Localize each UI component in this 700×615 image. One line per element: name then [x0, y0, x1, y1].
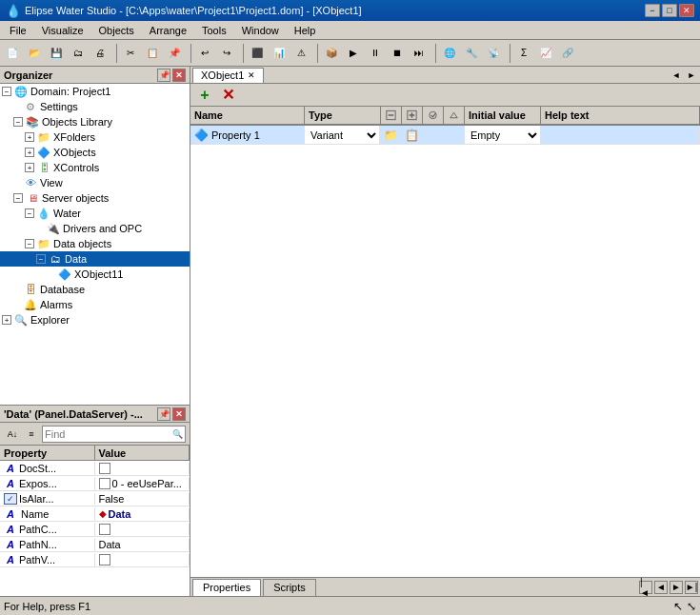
tb-redo[interactable]: ↪ — [216, 43, 237, 64]
expand-xobjects[interactable]: + — [25, 148, 34, 157]
tree-item-explorer[interactable]: + 🔍 Explorer — [0, 312, 190, 327]
grid-cell-type[interactable]: Variant Integer String Boolean Float — [305, 126, 381, 144]
expand-water[interactable]: − — [25, 208, 34, 218]
tb-b1[interactable]: ⬛ — [247, 43, 268, 64]
prop-label-isalar: IsAlar... — [19, 493, 54, 505]
properties-close[interactable]: ✕ — [172, 407, 186, 421]
bottom-nav-last[interactable]: ►| — [685, 581, 698, 594]
expand-domain[interactable]: − — [2, 87, 11, 96]
expand-library[interactable]: − — [13, 117, 23, 127]
type-select[interactable]: Variant Integer String Boolean Float — [305, 126, 380, 144]
tb-save[interactable]: 💾 — [46, 43, 67, 64]
tab-xobject1[interactable]: XObject1 ✕ — [192, 68, 264, 83]
prop-row-expos[interactable]: A Expos... 0 - eeUsePar... — [0, 476, 190, 491]
menu-tools[interactable]: Tools — [194, 22, 234, 39]
prop-sort-cat[interactable]: ≡ — [23, 426, 40, 443]
menu-help[interactable]: Help — [287, 22, 324, 39]
organizer-pin[interactable]: 📌 — [157, 69, 170, 82]
menu-window[interactable]: Window — [234, 22, 287, 39]
expand-xcontrols[interactable]: + — [25, 163, 34, 172]
tb-b11[interactable]: 📡 — [483, 43, 504, 64]
tb-b6[interactable]: ⏸ — [365, 43, 386, 64]
tree-item-view[interactable]: 👁 View — [0, 175, 190, 190]
prop-check-expos[interactable] — [99, 478, 110, 489]
prop-search-input[interactable] — [45, 428, 172, 440]
tree-item-settings[interactable]: ⚙ Settings — [0, 99, 190, 114]
prop-row-pathn[interactable]: A PathN... Data — [0, 537, 190, 552]
tree-item-xfolders[interactable]: + 📁 XFolders — [0, 129, 190, 145]
tb-print[interactable]: 🖨 — [90, 43, 110, 64]
tree-item-drivers[interactable]: 🔌 Drivers and OPC — [0, 221, 190, 236]
bottom-nav-next[interactable]: ► — [670, 581, 683, 594]
tb-b5[interactable]: ▶ — [343, 43, 364, 64]
tb-cut[interactable]: ✂ — [120, 43, 141, 64]
tb-open-folder[interactable]: 📂 — [24, 43, 45, 64]
tb-b12[interactable]: Σ — [513, 43, 534, 64]
menu-arrange[interactable]: Arrange — [142, 22, 194, 39]
tree-item-library[interactable]: − 📚 Objects Library — [0, 114, 190, 129]
tb-b14[interactable]: 🔗 — [557, 43, 578, 64]
expand-xfolders[interactable]: + — [25, 132, 34, 142]
menu-file[interactable]: File — [2, 22, 34, 39]
right-panel: XObject1 ✕ ◄ ► + ✕ Name Type — [190, 67, 700, 596]
xobj-add-btn[interactable]: + — [194, 86, 215, 105]
tb-copy[interactable]: 📋 — [142, 43, 163, 64]
expand-server[interactable]: − — [13, 193, 23, 203]
grid-cell-i1[interactable]: 📁 — [381, 126, 402, 144]
water-icon: 💧 — [36, 207, 51, 220]
xobj-del-btn[interactable]: ✕ — [217, 86, 238, 105]
tab-xobject1-close[interactable]: ✕ — [248, 70, 255, 80]
prop-check-pathv[interactable] — [99, 554, 110, 565]
tree-item-alarms[interactable]: 🔔 Alarms — [0, 297, 190, 312]
tb-paste[interactable]: 📌 — [164, 43, 185, 64]
tree-item-xobjects[interactable]: + 🔷 XObjects — [0, 145, 190, 160]
bottom-nav-first[interactable]: |◄ — [639, 581, 652, 594]
tree-item-xcontrols[interactable]: + 🎛 XControls — [0, 160, 190, 175]
prop-check-pathc[interactable] — [99, 524, 110, 535]
prop-row-pathc[interactable]: A PathC... — [0, 522, 190, 537]
tree-item-database[interactable]: 🗄 Database — [0, 282, 190, 297]
tb-b3[interactable]: ⚠ — [290, 43, 311, 64]
expand-data-objects[interactable]: − — [25, 239, 34, 248]
prop-row-isalar[interactable]: ✓ IsAlar... False — [0, 491, 190, 506]
expand-explorer[interactable]: + — [2, 315, 11, 325]
tree-item-data[interactable]: − 🗂 Data — [0, 251, 190, 267]
expand-data[interactable]: − — [36, 254, 46, 264]
tb-undo[interactable]: ↩ — [194, 43, 215, 64]
tb-b10[interactable]: 🔧 — [461, 43, 482, 64]
maximize-btn[interactable]: □ — [662, 4, 677, 17]
tb-b7[interactable]: ⏹ — [387, 43, 408, 64]
grid-row-property1[interactable]: 🔷 Property 1 Variant Integer String Bool… — [190, 126, 700, 145]
tree-item-domain[interactable]: − 🌐 Domain: Project1 — [0, 84, 190, 99]
prop-row-name[interactable]: A Name ◆ Data — [0, 506, 190, 522]
properties-pin[interactable]: 📌 — [157, 407, 170, 421]
bottom-tab-properties[interactable]: Properties — [192, 579, 261, 596]
minimize-btn[interactable]: − — [645, 4, 660, 17]
tb-b8[interactable]: ⏭ — [409, 43, 430, 64]
tb-save2[interactable]: 🗂 — [68, 43, 89, 64]
tree-item-server-objects[interactable]: − 🖥 Server objects — [0, 190, 190, 206]
tree-item-xobject11[interactable]: 🔷 XObject11 — [0, 267, 190, 282]
prop-sort-az[interactable]: A↓ — [4, 426, 21, 443]
tb-b4[interactable]: 📦 — [321, 43, 342, 64]
tab-nav-next[interactable]: ► — [685, 69, 698, 82]
organizer-close[interactable]: ✕ — [172, 69, 186, 82]
bottom-tab-scripts[interactable]: Scripts — [263, 579, 316, 596]
menu-visualize[interactable]: Visualize — [34, 22, 91, 39]
prop-row-docst[interactable]: A DocSt... — [0, 461, 190, 476]
close-btn[interactable]: ✕ — [679, 4, 694, 17]
grid-cell-initial[interactable]: Empty 0 False (None) — [465, 126, 541, 144]
tb-b2[interactable]: 📊 — [269, 43, 290, 64]
tree-item-data-objects[interactable]: − 📁 Data objects — [0, 236, 190, 251]
grid-cell-i2[interactable]: 📋 — [402, 126, 423, 144]
tb-b13[interactable]: 📈 — [535, 43, 556, 64]
tree-item-water[interactable]: − 💧 Water — [0, 206, 190, 221]
tb-b9[interactable]: 🌐 — [439, 43, 460, 64]
tab-nav-prev[interactable]: ◄ — [670, 69, 683, 82]
prop-check-docst[interactable] — [99, 463, 110, 474]
initial-select[interactable]: Empty 0 False (None) — [465, 126, 540, 144]
tb-new[interactable]: 📄 — [2, 43, 23, 64]
prop-row-pathv[interactable]: A PathV... — [0, 552, 190, 567]
bottom-nav-prev[interactable]: ◄ — [654, 581, 668, 594]
menu-objects[interactable]: Objects — [91, 22, 142, 39]
